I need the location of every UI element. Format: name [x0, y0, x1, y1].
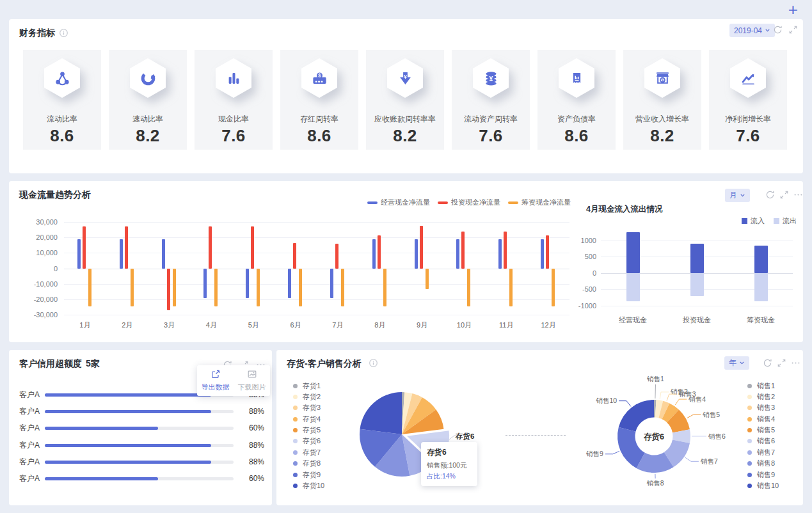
bar-投资现金净流量[interactable] — [209, 226, 212, 268]
bar-流入[interactable] — [626, 232, 640, 273]
info-icon[interactable] — [369, 358, 378, 368]
inout-stacked-bars[interactable]: 10005000-500-1000经营现金投资现金筹资现金 — [572, 200, 803, 335]
bar-筹资现金净流量[interactable] — [509, 269, 513, 306]
legend-label: 存货10 — [303, 481, 324, 491]
export-data-menu-item[interactable]: 导出数据 — [197, 365, 234, 396]
legend-item-存货7[interactable]: 存货7 — [293, 448, 324, 456]
bar-经营现金净流量[interactable] — [120, 239, 123, 269]
bar-投资现金净流量[interactable] — [461, 232, 465, 269]
more-icon[interactable] — [793, 190, 803, 200]
bar-流入[interactable] — [754, 246, 768, 273]
bar-筹资现金净流量[interactable] — [341, 269, 344, 306]
legend-item-存货9[interactable]: 存货9 — [293, 471, 324, 478]
bar-筹资现金净流量[interactable] — [257, 269, 260, 306]
bar-经营现金净流量[interactable] — [415, 239, 418, 269]
metric-card: 资产负债率8.6 — [537, 50, 616, 150]
bar-经营现金净流量[interactable] — [330, 269, 333, 298]
legend-item-销售8[interactable]: 销售8 — [747, 460, 779, 468]
refresh-icon[interactable] — [763, 358, 772, 368]
metric-icon-badge: ¥ — [473, 58, 509, 98]
credit-bar-track[interactable] — [45, 444, 234, 447]
info-icon[interactable] — [59, 28, 68, 38]
legend-item-存货1[interactable]: 存货1 — [293, 382, 324, 390]
credit-bar-track[interactable] — [45, 477, 234, 480]
pie-tooltip: 存货6 销售额:100元 占比:14% — [421, 442, 477, 486]
donut-callout-销售9: 销售9 — [585, 450, 603, 457]
legend-item-销售7[interactable]: 销售7 — [747, 448, 779, 456]
bar-经营现金净流量[interactable] — [498, 239, 502, 269]
legend-item-销售1[interactable]: 销售1 — [747, 382, 779, 390]
refresh-icon[interactable] — [773, 25, 783, 35]
date-selector[interactable]: 2019-04 — [729, 24, 775, 37]
bar-筹资现金净流量[interactable] — [299, 269, 302, 306]
add-widget-button[interactable]: + — [788, 1, 798, 18]
x-axis-label: 7月 — [322, 320, 353, 330]
bar-流入[interactable] — [690, 244, 704, 273]
legend-item-存货8[interactable]: 存货8 — [293, 460, 324, 468]
customer-label: 客户A — [19, 440, 40, 450]
bar-流出[interactable] — [626, 273, 640, 301]
bar-经营现金净流量[interactable] — [162, 239, 165, 269]
bar-投资现金净流量[interactable] — [546, 235, 549, 269]
bar-投资现金净流量[interactable] — [378, 235, 381, 269]
expand-icon[interactable] — [779, 190, 789, 200]
bar-经营现金净流量[interactable] — [203, 269, 207, 298]
bar-经营现金净流量[interactable] — [77, 239, 81, 269]
bar-筹资现金净流量[interactable] — [383, 269, 386, 306]
bar-经营现金净流量[interactable] — [541, 239, 544, 269]
metric-value: 8.6 — [564, 126, 589, 146]
legend-item-销售9[interactable]: 销售9 — [747, 471, 779, 478]
legend-item-销售10[interactable]: 销售10 — [747, 482, 779, 490]
legend-item-存货4[interactable]: 存货4 — [293, 415, 324, 423]
bar-投资现金净流量[interactable] — [504, 232, 507, 269]
expand-icon[interactable] — [777, 358, 786, 368]
credit-percent: 88% — [226, 406, 264, 416]
bar-投资现金净流量[interactable] — [83, 226, 86, 268]
credit-bar-track[interactable] — [45, 427, 234, 430]
bar-投资现金净流量[interactable] — [420, 226, 423, 269]
tooltip-share: 占比:14% — [427, 472, 472, 481]
sales-donut-chart[interactable]: 销售1销售2销售3销售4销售5销售6销售7销售8销售9销售10存货6 — [571, 366, 744, 497]
legend-item-存货6[interactable]: 存货6 — [293, 438, 324, 445]
bar-筹资现金净流量[interactable] — [467, 269, 470, 306]
bar-投资现金净流量[interactable] — [167, 269, 170, 310]
legend-item-销售4[interactable]: 销售4 — [747, 415, 779, 423]
more-icon[interactable] — [791, 358, 800, 368]
legend-item-存货5[interactable]: 存货5 — [293, 427, 324, 434]
legend-item-存货10[interactable]: 存货10 — [293, 482, 324, 490]
bar-经营现金净流量[interactable] — [456, 239, 459, 269]
refresh-icon[interactable] — [765, 190, 775, 200]
cashflow-bar-chart[interactable]: 30,00020,00010,0000-10,000-20,000-30,000… — [22, 216, 572, 335]
legend-item-销售3[interactable]: 销售3 — [747, 404, 779, 412]
bar-筹资现金净流量[interactable] — [552, 269, 555, 306]
expand-icon[interactable] — [788, 25, 798, 35]
legend-item-经营现金净流量[interactable]: 经营现金净流量 — [367, 198, 430, 207]
bar-经营现金净流量[interactable] — [288, 269, 291, 298]
bar-流出[interactable] — [754, 273, 768, 301]
legend-item-销售2[interactable]: 销售2 — [747, 393, 779, 400]
legend-item-存货2[interactable]: 存货2 — [293, 393, 324, 400]
legend-item-销售5[interactable]: 销售5 — [747, 427, 779, 434]
bar-经营现金净流量[interactable] — [372, 239, 376, 269]
bar-流出[interactable] — [690, 273, 704, 296]
bar-投资现金净流量[interactable] — [293, 243, 296, 269]
pie-slice-存货10[interactable] — [360, 392, 402, 434]
bar-筹资现金净流量[interactable] — [131, 269, 134, 306]
legend-item-销售6[interactable]: 销售6 — [747, 438, 779, 445]
credit-row: 客户A88% — [9, 406, 272, 416]
credit-bar-track[interactable] — [45, 461, 234, 464]
download-image-menu-item[interactable]: 下载图片 — [234, 365, 270, 396]
bar-筹资现金净流量[interactable] — [426, 269, 429, 290]
legend-item-存货3[interactable]: 存货3 — [293, 404, 324, 412]
bar-投资现金净流量[interactable] — [125, 226, 128, 268]
bar-筹资现金净流量[interactable] — [214, 269, 218, 306]
donut-slice-销售10[interactable] — [619, 400, 654, 432]
credit-bar-track[interactable] — [45, 410, 234, 413]
bar-筹资现金净流量[interactable] — [88, 269, 92, 306]
legend-item-筹资现金净流量[interactable]: 筹资现金净流量 — [508, 198, 571, 207]
bar-筹资现金净流量[interactable] — [173, 269, 176, 306]
bar-投资现金净流量[interactable] — [335, 244, 338, 269]
bar-经营现金净流量[interactable] — [246, 269, 249, 298]
bar-投资现金净流量[interactable] — [251, 226, 254, 268]
legend-item-投资现金净流量[interactable]: 投资现金净流量 — [438, 198, 500, 207]
